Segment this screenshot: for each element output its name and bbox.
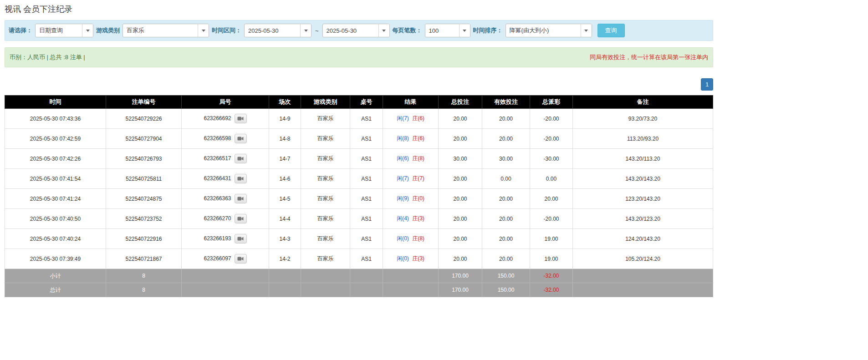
column-header-3: 局号 bbox=[182, 96, 269, 109]
date-from-dropdown[interactable]: 2025-05-30 bbox=[244, 24, 311, 37]
video-replay-button[interactable] bbox=[235, 214, 247, 223]
round-id-text: 623266431 bbox=[204, 175, 231, 182]
total-row-cell-10 bbox=[573, 283, 713, 297]
cell-session: 14-4 bbox=[269, 209, 301, 229]
pagination: 1 bbox=[5, 78, 713, 91]
chevron-down-icon[interactable] bbox=[581, 24, 592, 37]
result-player: 闲(7) bbox=[397, 175, 409, 182]
page-size-dropdown[interactable]: 100 bbox=[425, 24, 470, 37]
subtotal-row-cell-2 bbox=[182, 269, 269, 283]
cell-time: 2025-05-30 07:42:59 bbox=[5, 129, 106, 149]
subtotal-row: 小计8170.00150.00-32.00 bbox=[5, 269, 713, 283]
cell-valid-bet: 20.00 bbox=[482, 249, 530, 269]
chevron-down-icon[interactable] bbox=[378, 24, 389, 37]
cell-payout: -20.00 bbox=[530, 129, 573, 149]
round-id-text: 623266193 bbox=[204, 235, 231, 242]
cell-time: 2025-05-30 07:43:36 bbox=[5, 109, 106, 129]
cell-game-type: 百家乐 bbox=[301, 129, 350, 149]
cell-remark: 113.20/93.20 bbox=[573, 129, 713, 149]
video-camera-icon bbox=[237, 176, 244, 181]
cell-bet-id: 522540729226 bbox=[106, 109, 182, 129]
subtotal-row-cell-6 bbox=[383, 269, 439, 283]
cell-total-bet[interactable]: 20.00 bbox=[439, 249, 482, 269]
column-header-6: 桌号 bbox=[350, 96, 383, 109]
page-button-1[interactable]: 1 bbox=[701, 78, 713, 91]
cell-remark: 123.20/143.20 bbox=[573, 189, 713, 209]
video-replay-button[interactable] bbox=[235, 174, 247, 183]
cell-total-bet[interactable]: 20.00 bbox=[439, 229, 482, 249]
cell-round-id: 623266692 bbox=[182, 109, 269, 129]
cell-game-type: 百家乐 bbox=[301, 149, 350, 169]
video-replay-button[interactable] bbox=[235, 134, 247, 143]
cell-result: 闲(7) 庄(7) bbox=[383, 169, 439, 189]
subtotal-row-cell-3 bbox=[269, 269, 301, 283]
chevron-down-icon[interactable] bbox=[459, 24, 470, 37]
query-type-dropdown[interactable]: 日期查询 bbox=[35, 24, 93, 37]
cell-valid-bet: 20.00 bbox=[482, 109, 530, 129]
game-type-dropdown[interactable]: 百家乐 bbox=[123, 24, 209, 37]
result-banker: 庄(7) bbox=[412, 175, 424, 182]
cell-table-no: AS1 bbox=[350, 109, 383, 129]
page-size-value: 100 bbox=[429, 27, 439, 34]
cell-result: 闲(9) 庄(0) bbox=[383, 189, 439, 209]
filter-bar: 请选择： 日期查询 游戏类别 百家乐 时间区间： 2025-05-30 ~ 20… bbox=[5, 20, 713, 41]
total-row-cell-9: -32.00 bbox=[530, 283, 573, 297]
video-replay-button[interactable] bbox=[235, 154, 247, 163]
video-replay-button[interactable] bbox=[235, 114, 247, 123]
total-row-cell-1: 8 bbox=[106, 283, 182, 297]
total-row-cell-6 bbox=[383, 283, 439, 297]
video-replay-button[interactable] bbox=[235, 254, 247, 264]
table-row: 2025-05-30 07:41:24522540724875623266363… bbox=[5, 189, 713, 209]
cell-bet-id: 522540726793 bbox=[106, 149, 182, 169]
total-row: 总计8170.00150.00-32.00 bbox=[5, 283, 713, 297]
video-camera-icon bbox=[237, 116, 244, 121]
cell-payout: -30.00 bbox=[530, 149, 573, 169]
cell-session: 14-3 bbox=[269, 229, 301, 249]
cell-bet-id: 522540723752 bbox=[106, 209, 182, 229]
result-banker: 庄(6) bbox=[412, 135, 424, 142]
cell-total-bet[interactable]: 30.00 bbox=[439, 149, 482, 169]
video-camera-icon bbox=[237, 236, 244, 241]
round-id-text: 623266363 bbox=[204, 195, 231, 202]
result-banker: 庄(6) bbox=[412, 115, 424, 122]
video-replay-button[interactable] bbox=[235, 194, 247, 203]
cell-session: 14-2 bbox=[269, 249, 301, 269]
cell-game-type: 百家乐 bbox=[301, 229, 350, 249]
chevron-down-icon[interactable] bbox=[300, 24, 311, 37]
cell-payout: 19.00 bbox=[530, 249, 573, 269]
cell-valid-bet: 20.00 bbox=[482, 229, 530, 249]
cell-table-no: AS1 bbox=[350, 229, 383, 249]
cell-bet-id: 522540722916 bbox=[106, 229, 182, 249]
table-row: 2025-05-30 07:41:54522540725811623266431… bbox=[5, 169, 713, 189]
video-replay-button[interactable] bbox=[235, 234, 247, 243]
result-player: 闲(6) bbox=[397, 155, 409, 162]
cell-result: 闲(4) 庄(3) bbox=[383, 209, 439, 229]
search-button[interactable]: 查询 bbox=[597, 24, 625, 37]
table-row: 2025-05-30 07:42:59522540727904623266598… bbox=[5, 129, 713, 149]
chevron-down-icon[interactable] bbox=[198, 24, 209, 37]
cell-total-bet[interactable]: 20.00 bbox=[439, 109, 482, 129]
cell-total-bet[interactable]: 20.00 bbox=[439, 209, 482, 229]
cell-round-id: 623266431 bbox=[182, 169, 269, 189]
table-row: 2025-05-30 07:43:36522540729226623266692… bbox=[5, 109, 713, 129]
cell-table-no: AS1 bbox=[350, 129, 383, 149]
cell-total-bet[interactable]: 20.00 bbox=[439, 129, 482, 149]
query-type-label: 请选择： bbox=[9, 26, 32, 35]
page-size-label: 每页笔数： bbox=[393, 26, 422, 35]
total-row-cell-4 bbox=[301, 283, 350, 297]
cell-total-bet[interactable]: 20.00 bbox=[439, 189, 482, 209]
cell-table-no: AS1 bbox=[350, 249, 383, 269]
cell-payout: -20.00 bbox=[530, 109, 573, 129]
result-banker: 庄(8) bbox=[412, 235, 424, 242]
column-header-9: 有效投注 bbox=[482, 96, 530, 109]
date-to-dropdown[interactable]: 2025-05-30 bbox=[322, 24, 390, 37]
cell-total-bet[interactable]: 20.00 bbox=[439, 169, 482, 189]
chevron-down-icon[interactable] bbox=[82, 24, 93, 37]
subtotal-row-cell-4 bbox=[301, 269, 350, 283]
table-body: 2025-05-30 07:43:36522540729226623266692… bbox=[5, 109, 713, 297]
subtotal-row-cell-5 bbox=[350, 269, 383, 283]
cell-time: 2025-05-30 07:41:24 bbox=[5, 189, 106, 209]
video-camera-icon bbox=[237, 256, 244, 261]
sort-order-dropdown[interactable]: 降冪(由大到小) bbox=[505, 24, 592, 37]
cell-round-id: 623266270 bbox=[182, 209, 269, 229]
